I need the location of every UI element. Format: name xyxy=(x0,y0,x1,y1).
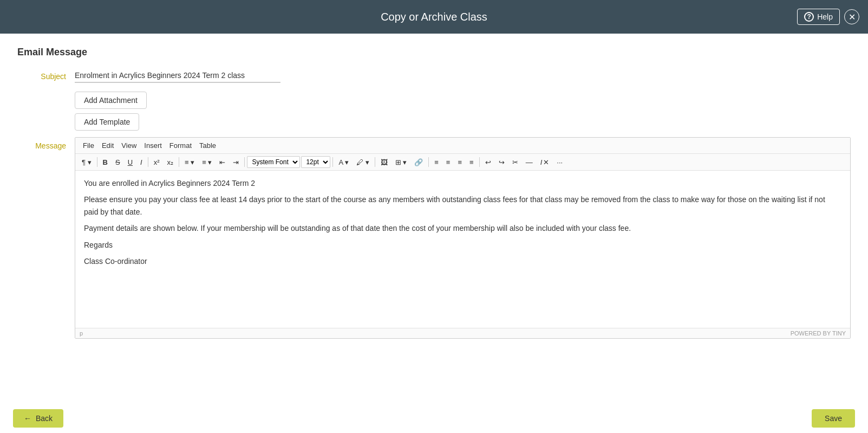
editor-statusbar: p POWERED BY TINY xyxy=(75,328,850,338)
toolbar-sep-4 xyxy=(244,157,245,167)
cut-button[interactable]: ✂ xyxy=(509,157,521,168)
indent-button[interactable]: ⇥ xyxy=(230,157,242,168)
menu-format[interactable]: Format xyxy=(166,140,195,151)
paragraph-format-button[interactable]: ¶ ▾ xyxy=(79,157,95,168)
menu-insert[interactable]: Insert xyxy=(141,140,165,151)
content-line5: Class Co-ordinator xyxy=(84,255,841,267)
content-line2: Please ensure you pay your class fee at … xyxy=(84,193,841,218)
align-left-button[interactable]: ≡ xyxy=(431,157,442,168)
toolbar-sep-7 xyxy=(428,157,429,167)
footer: ← Back Save xyxy=(0,404,868,433)
more-options-button[interactable]: ··· xyxy=(553,157,566,168)
outdent-button[interactable]: ⇤ xyxy=(216,157,229,168)
back-button[interactable]: ← Back xyxy=(13,409,63,428)
editor-container: File Edit View Insert Format Table ¶ ▾ B… xyxy=(75,137,851,339)
menu-table[interactable]: Table xyxy=(196,140,219,151)
help-button[interactable]: ? Help xyxy=(797,9,840,25)
editor-menubar: File Edit View Insert Format Table xyxy=(75,138,850,154)
insert-table-button[interactable]: ⊞ ▾ xyxy=(392,157,410,168)
align-center-button[interactable]: ≡ xyxy=(443,157,454,168)
editor-toolbar: ¶ ▾ B S U I x² x₂ ≡ ▾ ≡ ▾ ⇤ ⇥ System Fon… xyxy=(75,154,850,171)
message-label: Message xyxy=(17,137,66,150)
insert-link-button[interactable]: 🔗 xyxy=(411,157,426,168)
redo-button[interactable]: ↪ xyxy=(495,157,508,168)
menu-edit[interactable]: Edit xyxy=(99,140,117,151)
header-title: Copy or Archive Class xyxy=(381,11,487,23)
add-attachment-button[interactable]: Add Attachment xyxy=(75,92,147,109)
editor-content-area[interactable]: You are enrolled in Acrylics Beginners 2… xyxy=(75,171,850,328)
close-icon: ✕ xyxy=(849,12,856,22)
toolbar-sep-8 xyxy=(479,157,480,167)
back-arrow-icon: ← xyxy=(24,414,31,423)
message-row: Message File Edit View Insert Format Tab… xyxy=(17,137,851,339)
menu-file[interactable]: File xyxy=(80,140,97,151)
undo-button[interactable]: ↩ xyxy=(482,157,494,168)
highlight-color-button[interactable]: 🖊 ▾ xyxy=(353,157,373,168)
underline-button[interactable]: U xyxy=(125,157,136,168)
clear-format-button[interactable]: I✕ xyxy=(537,157,553,168)
section-title: Email Message xyxy=(17,47,851,58)
help-label: Help xyxy=(817,12,833,21)
menu-view[interactable]: View xyxy=(118,140,140,151)
italic-button[interactable]: I xyxy=(137,157,146,168)
toolbar-sep-1 xyxy=(97,157,97,167)
toolbar-sep-2 xyxy=(148,157,148,167)
unordered-list-button[interactable]: ≡ ▾ xyxy=(181,157,198,168)
justify-button[interactable]: ≡ xyxy=(466,157,477,168)
save-button[interactable]: Save xyxy=(812,409,855,428)
ordered-list-button[interactable]: ≡ ▾ xyxy=(199,157,215,168)
header: Copy or Archive Class ? Help ✕ xyxy=(0,0,868,34)
align-right-button[interactable]: ≡ xyxy=(454,157,465,168)
help-icon: ? xyxy=(804,12,814,22)
current-element: p xyxy=(80,330,83,337)
content-line4: Regards xyxy=(84,239,841,251)
subscript-button[interactable]: x₂ xyxy=(164,157,177,168)
add-template-button[interactable]: Add Template xyxy=(75,113,139,131)
bold-button[interactable]: B xyxy=(100,157,111,168)
content-line1: You are enrolled in Acrylics Beginners 2… xyxy=(84,177,841,189)
font-family-select[interactable]: System Font xyxy=(247,156,300,168)
content-line3: Payment details are shown below. If your… xyxy=(84,222,841,234)
superscript-button[interactable]: x² xyxy=(151,157,163,168)
subject-label: Subject xyxy=(17,69,66,81)
main-content: Email Message Subject Add Attachment Add… xyxy=(0,34,868,352)
save-label: Save xyxy=(825,414,842,423)
action-buttons: Add Attachment Add Template xyxy=(75,92,851,131)
font-size-select[interactable]: 12pt xyxy=(301,156,330,168)
hr-button[interactable]: — xyxy=(523,157,536,168)
powered-by: POWERED BY TINY xyxy=(791,330,846,337)
back-label: Back xyxy=(36,414,53,423)
toolbar-sep-6 xyxy=(375,157,375,167)
font-color-button[interactable]: A ▾ xyxy=(335,157,352,168)
close-button[interactable]: ✕ xyxy=(844,9,859,24)
header-actions: ? Help ✕ xyxy=(797,9,859,25)
subject-input[interactable] xyxy=(75,69,280,83)
strikethrough-button[interactable]: S xyxy=(112,157,123,168)
insert-image-button[interactable]: 🖼 xyxy=(377,157,391,168)
toolbar-sep-5 xyxy=(332,157,333,167)
subject-row: Subject xyxy=(17,69,851,83)
toolbar-sep-3 xyxy=(179,157,179,167)
